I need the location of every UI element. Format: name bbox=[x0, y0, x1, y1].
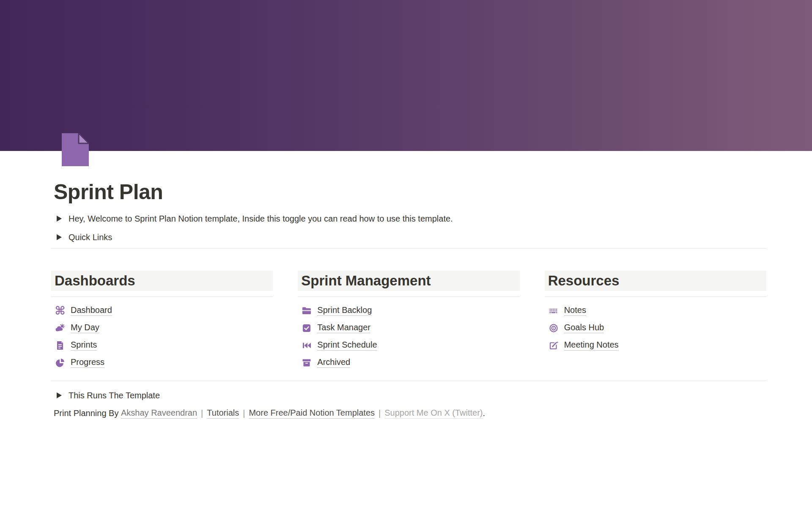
toggle-triangle-icon[interactable] bbox=[54, 232, 65, 243]
toggle-quick-links[interactable]: Quick Links bbox=[54, 230, 112, 245]
toggle-quick-links-label: Quick Links bbox=[69, 233, 112, 242]
folder-icon bbox=[302, 306, 312, 316]
link-item-goals-hub[interactable]: Goals Hub bbox=[545, 319, 766, 337]
link-item-my-day[interactable]: My Day bbox=[51, 319, 273, 337]
divider bbox=[51, 381, 766, 381]
link-columns: Dashboards ⌘ Dashboard bbox=[51, 271, 766, 371]
column-header-dashboards: Dashboards bbox=[51, 271, 273, 291]
item-list: Notes Goals Hub bbox=[545, 302, 766, 354]
sun-behind-cloud-icon bbox=[55, 323, 65, 333]
separator: | bbox=[201, 408, 203, 418]
document-icon bbox=[55, 340, 65, 351]
archive-icon bbox=[302, 358, 312, 368]
column-dashboards: Dashboards ⌘ Dashboard bbox=[51, 271, 273, 371]
column-header-sprint-management: Sprint Management bbox=[298, 271, 519, 291]
link-item-meeting-notes[interactable]: Meeting Notes bbox=[545, 337, 766, 354]
column-sprint-management: Sprint Management Sprint Backlog bbox=[298, 271, 519, 371]
link-item-archived[interactable]: Archived bbox=[298, 354, 519, 371]
checkbox-icon bbox=[302, 323, 312, 333]
link-item-progress[interactable]: Progress bbox=[51, 354, 273, 371]
link-item-dashboard[interactable]: ⌘ Dashboard bbox=[51, 302, 273, 319]
link-item-sprint-schedule[interactable]: Sprint Schedule bbox=[298, 337, 519, 354]
separator: | bbox=[243, 408, 245, 418]
toggle-triangle-icon[interactable] bbox=[54, 390, 65, 401]
command-icon: ⌘ bbox=[55, 306, 65, 316]
toggle-welcome-label: Hey, Welcome to Sprint Plan Notion templ… bbox=[69, 214, 453, 224]
divider bbox=[545, 296, 766, 297]
column-header-resources: Resources bbox=[545, 271, 766, 291]
toggle-triangle-icon[interactable] bbox=[54, 213, 65, 224]
support-link[interactable]: Support Me On X (Twitter) bbox=[384, 408, 483, 419]
rewind-icon bbox=[302, 340, 312, 351]
edit-icon bbox=[549, 340, 559, 351]
toggle-runs-label: This Runs The Template bbox=[69, 391, 160, 400]
keyboard-icon bbox=[549, 306, 559, 316]
credit-suffix: . bbox=[483, 408, 486, 418]
link-item-sprint-backlog[interactable]: Sprint Backlog bbox=[298, 302, 519, 319]
author-link[interactable]: Akshay Raveendran bbox=[121, 408, 197, 419]
credit-line: Print Planning By Akshay Raveendran | Tu… bbox=[54, 407, 485, 419]
link-item-notes[interactable]: Notes bbox=[545, 302, 766, 319]
divider bbox=[298, 296, 519, 297]
column-resources: Resources Notes bbox=[545, 271, 766, 371]
separator: | bbox=[379, 408, 381, 418]
divider bbox=[51, 248, 766, 249]
credit-prefix: Print Planning By bbox=[54, 408, 121, 418]
pie-chart-icon bbox=[55, 358, 65, 368]
toggle-this-runs-the-template[interactable]: This Runs The Template bbox=[54, 388, 160, 403]
link-item-sprints[interactable]: Sprints bbox=[51, 337, 273, 354]
page-cover bbox=[0, 0, 812, 151]
target-icon bbox=[549, 323, 559, 333]
checkbox-icon-item[interactable]: Task Manager bbox=[298, 319, 519, 337]
page-title: Sprint Plan bbox=[54, 179, 163, 205]
item-list: Sprint Backlog Task Manager bbox=[298, 302, 519, 371]
page-document-icon[interactable] bbox=[62, 133, 89, 166]
templates-link[interactable]: More Free/Paid Notion Templates bbox=[249, 408, 375, 419]
tutorials-link[interactable]: Tutorials bbox=[207, 408, 239, 419]
toggle-welcome[interactable]: Hey, Welcome to Sprint Plan Notion templ… bbox=[54, 211, 453, 226]
item-list: ⌘ Dashboard My Day bbox=[51, 302, 273, 371]
divider bbox=[51, 296, 273, 297]
